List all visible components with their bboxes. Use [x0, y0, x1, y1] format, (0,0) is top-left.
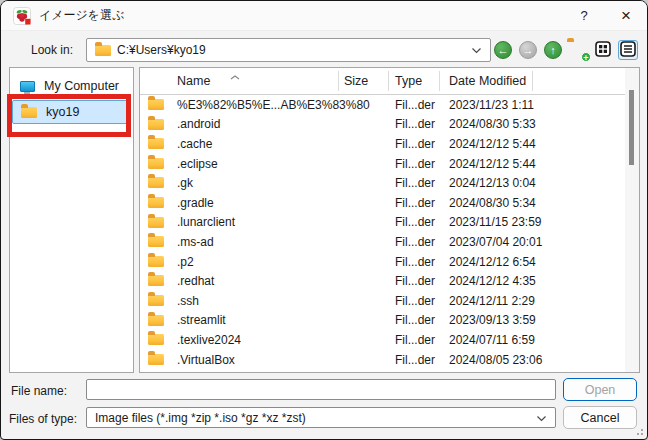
chevron-down-icon[interactable]: [536, 411, 547, 425]
file-list-panel: Name Size Type Date Modified %E3%82%B5%E…: [139, 67, 640, 373]
file-name-cell: .ssh: [177, 294, 199, 308]
folder-icon: [21, 107, 37, 118]
file-type-cell: Fil...der: [395, 255, 435, 269]
files-of-type-combobox[interactable]: Image files (*.img *zip *.iso *gz *xz *z…: [86, 407, 556, 428]
icon-view-icon: [595, 41, 611, 60]
file-type-cell: Fil...der: [395, 157, 435, 171]
file-row[interactable]: .p2 Fil...der 2024/12/12 6:54: [140, 252, 625, 272]
folder-icon: [148, 177, 164, 188]
file-row[interactable]: %E3%82%B5%E...AB%E3%83%80 Fil...der 2023…: [140, 95, 625, 115]
folder-icon: [148, 334, 164, 345]
file-type-cell: Fil...der: [395, 137, 435, 151]
file-date-cell: 2023/09/13 3:59: [449, 313, 536, 327]
help-button[interactable]: ?: [563, 1, 605, 31]
icon-view-button[interactable]: [593, 40, 613, 60]
chevron-down-icon[interactable]: [471, 43, 482, 57]
file-name-cell: .lunarclient: [177, 215, 235, 229]
file-name-cell: .texlive2024: [177, 333, 241, 347]
file-date-cell: 2024/12/12 5:44: [449, 137, 536, 151]
file-row[interactable]: .eclipse Fil...der 2024/12/12 5:44: [140, 154, 625, 174]
up-button[interactable]: ↑: [544, 41, 562, 59]
file-type-cell: Fil...der: [395, 274, 435, 288]
file-date-cell: 2024/08/30 5:33: [449, 117, 536, 131]
file-row[interactable]: .texlive2024 Fil...der 2024/07/11 6:59: [140, 330, 625, 350]
file-name-cell: .cache: [177, 137, 212, 151]
sidebar-item-label: kyo19: [46, 105, 79, 119]
back-button[interactable]: ←: [494, 41, 512, 59]
title-bar: イメージを選ぶ ? ×: [1, 1, 647, 31]
column-header-type[interactable]: Type: [395, 74, 422, 88]
file-date-cell: 2024/12/12 6:54: [449, 255, 536, 269]
up-arrow-icon: ↑: [550, 45, 556, 56]
file-type-cell: Fil...der: [395, 176, 435, 190]
look-in-combobox[interactable]: C:¥Users¥kyo19: [86, 38, 491, 62]
resize-grip-icon[interactable]: [634, 426, 643, 435]
folder-icon: [148, 354, 164, 365]
sidebar-item-my-computer[interactable]: My Computer: [12, 74, 131, 98]
file-row[interactable]: .redhat Fil...der 2024/12/12 4:35: [140, 271, 625, 291]
file-type-cell: Fil...der: [395, 313, 435, 327]
dialog-title: イメージを選ぶ: [39, 7, 124, 24]
file-row[interactable]: .streamlit Fil...der 2023/09/13 3:59: [140, 311, 625, 331]
folder-icon: [148, 217, 164, 228]
file-row[interactable]: .lunarclient Fil...der 2023/11/15 23:59: [140, 213, 625, 233]
file-date-cell: 2024/12/12 4:35: [449, 274, 536, 288]
file-row[interactable]: .gk Fil...der 2024/12/13 0:04: [140, 173, 625, 193]
file-type-cell: Fil...der: [395, 333, 435, 347]
plus-badge-icon: +: [581, 52, 591, 62]
sidebar-item-kyo19[interactable]: kyo19: [12, 100, 131, 124]
column-header-size[interactable]: Size: [344, 74, 368, 88]
file-date-cell: 2024/12/11 2:29: [449, 294, 535, 308]
folder-icon: [95, 45, 111, 56]
file-name-cell: .p2: [177, 255, 194, 269]
file-row[interactable]: .ms-ad Fil...der 2023/07/04 20:01: [140, 232, 625, 252]
file-date-cell: 2024/12/12 5:44: [449, 157, 536, 171]
file-type-cell: Fil...der: [395, 353, 435, 367]
file-type-cell: Fil...der: [395, 98, 435, 112]
files-of-type-label: Files of type:: [9, 412, 77, 426]
file-type-cell: Fil...der: [395, 235, 435, 249]
raspberry-pi-icon: [13, 7, 31, 25]
file-name-cell: .ms-ad: [177, 235, 214, 249]
folder-icon: [148, 197, 164, 208]
file-row[interactable]: .ssh Fil...der 2024/12/11 2:29: [140, 291, 625, 311]
file-row[interactable]: .android Fil...der 2024/08/30 5:33: [140, 115, 625, 135]
file-row[interactable]: .cache Fil...der 2024/12/12 5:44: [140, 134, 625, 154]
detail-view-button[interactable]: [618, 40, 638, 60]
current-path: C:¥Users¥kyo19: [117, 43, 206, 57]
folder-icon: [148, 158, 164, 169]
folder-icon: [148, 256, 164, 267]
file-name-cell: .gradle: [177, 196, 214, 210]
folder-icon: [148, 275, 164, 286]
column-header-name[interactable]: Name: [177, 74, 210, 88]
file-date-cell: 2024/08/05 23:06: [449, 353, 542, 367]
file-rows: %E3%82%B5%E...AB%E3%83%80 Fil...der 2023…: [140, 95, 625, 372]
file-row[interactable]: .gradle Fil...der 2024/08/30 5:34: [140, 193, 625, 213]
vertical-scrollbar[interactable]: [625, 68, 639, 372]
file-date-cell: 2023/11/23 1:11: [449, 98, 534, 112]
file-name-cell: .redhat: [177, 274, 214, 288]
file-row[interactable]: .VirtualBox Fil...der 2024/08/05 23:06: [140, 350, 625, 370]
sidebar-item-label: My Computer: [44, 79, 119, 93]
file-name-cell: .gk: [177, 176, 193, 190]
file-type-cell: Fil...der: [395, 294, 435, 308]
forward-button[interactable]: →: [519, 41, 537, 59]
file-name-cell: .streamlit: [177, 313, 226, 327]
file-name-cell: .eclipse: [177, 157, 218, 171]
file-name-input[interactable]: [86, 379, 556, 400]
close-button[interactable]: ×: [605, 1, 647, 31]
scrollbar-thumb[interactable]: [629, 90, 634, 165]
file-date-cell: 2023/11/15 23:59: [449, 215, 542, 229]
folder-icon: [148, 236, 164, 247]
cancel-button[interactable]: Cancel: [563, 406, 637, 429]
column-header-date-modified[interactable]: Date Modified: [449, 74, 526, 88]
new-folder-button[interactable]: +: [567, 41, 589, 59]
file-type-cell: Fil...der: [395, 117, 435, 131]
folder-icon: [148, 138, 164, 149]
look-in-label: Look in:: [31, 43, 73, 57]
open-button[interactable]: Open: [563, 378, 637, 401]
detail-view-icon: [620, 41, 636, 60]
folder-icon: [148, 119, 164, 130]
file-date-cell: 2024/08/30 5:34: [449, 196, 536, 210]
forward-arrow-icon: →: [523, 45, 534, 56]
